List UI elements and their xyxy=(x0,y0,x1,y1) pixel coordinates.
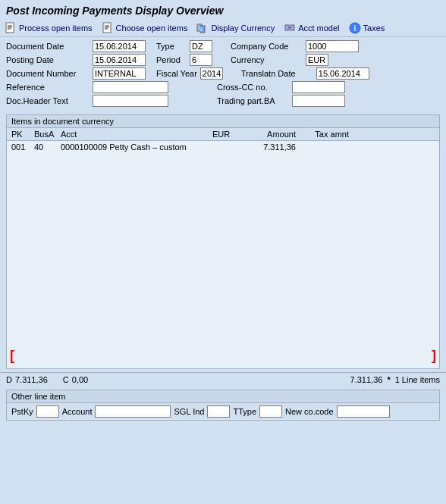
page-title: Post Incoming Payments Display Overview xyxy=(0,0,446,20)
fiscal-year-label: Fiscal Year xyxy=(156,69,197,78)
posting-date-input[interactable] xyxy=(93,54,146,66)
table-section-label: Items in document currency xyxy=(7,115,439,128)
col-busa-header: BusA xyxy=(34,130,61,139)
account-label: Account xyxy=(62,407,93,416)
debit-label: D xyxy=(6,375,12,384)
doc-header-input[interactable] xyxy=(93,95,168,107)
sgl-ind-label: SGL Ind xyxy=(174,407,204,416)
row-acct: 0000100009 Petty Cash – custom xyxy=(61,142,212,152)
translatn-date-label: Translatn Date xyxy=(241,69,313,78)
cross-cc-label: Cross-CC no. xyxy=(217,83,289,92)
line-items: 1 Line items xyxy=(395,375,440,384)
doc-icon xyxy=(5,22,17,34)
document-date-label: Document Date xyxy=(6,42,90,51)
summary-bar: D 7.311,36 C 0,00 7.311,36 * 1 Line item… xyxy=(0,372,446,387)
col-tax-header: Tax amnt xyxy=(296,130,349,139)
table-body: 001 40 0000100009 Petty Cash – custom 7.… xyxy=(7,141,439,368)
col-amount-header: Amount xyxy=(243,130,296,139)
other-line-row: PstKy Account SGL Ind TType New co.code xyxy=(7,403,439,420)
items-table-section: Items in document currency PK BusA Acct … xyxy=(6,114,440,369)
company-code-input[interactable] xyxy=(306,40,359,52)
new-co-code-input[interactable] xyxy=(337,405,390,418)
table-col-headers: PK BusA Acct EUR Amount Tax amnt xyxy=(7,128,439,141)
trading-part-input[interactable] xyxy=(292,95,345,107)
row-amount: 7.311,36 xyxy=(243,142,296,152)
acct-model-label: Acct model xyxy=(298,23,339,33)
toolbar-item-display-currency[interactable]: $ Display Currency xyxy=(196,22,275,34)
document-date-input[interactable] xyxy=(93,40,146,52)
choose-doc-icon xyxy=(102,22,114,34)
toolbar-item-process-open-items[interactable]: Process open items xyxy=(5,22,93,34)
display-currency-label: Display Currency xyxy=(211,23,275,33)
type-label: Type xyxy=(156,42,187,51)
trading-part-label: Trading part.BA xyxy=(217,96,289,105)
info-icon: i xyxy=(349,22,361,34)
table-row[interactable]: 001 40 0000100009 Petty Cash – custom 7.… xyxy=(7,141,439,153)
document-number-label: Document Number xyxy=(6,69,90,78)
other-line-header: Other line item xyxy=(7,390,439,403)
svg-text:$: $ xyxy=(199,27,203,32)
period-label: Period xyxy=(156,55,187,64)
asterisk: * xyxy=(387,375,390,384)
period-input[interactable] xyxy=(190,54,212,66)
bracket-right-icon: ] xyxy=(432,348,436,364)
type-input[interactable] xyxy=(190,40,212,52)
company-code-label: Company Code xyxy=(231,42,303,51)
bracket-left-icon: [ xyxy=(10,348,14,364)
currency-input[interactable] xyxy=(306,54,328,66)
row-eur xyxy=(212,142,243,152)
sgl-ind-input[interactable] xyxy=(207,405,230,418)
row-tax xyxy=(296,142,349,152)
debit-summary: D 7.311,36 xyxy=(6,375,48,384)
form-area: Document Date Type Company Code Posting … xyxy=(0,37,446,111)
currency-icon: $ xyxy=(196,22,209,34)
credit-value: 0,00 xyxy=(72,375,88,384)
total-summary: 7.311,36 * 1 Line items xyxy=(350,375,440,384)
process-open-items-label: Process open items xyxy=(19,23,93,33)
pstky-input[interactable] xyxy=(36,405,59,418)
new-co-code-label: New co.code xyxy=(285,407,334,416)
account-input[interactable] xyxy=(95,405,171,418)
pstky-label: PstKy xyxy=(11,407,33,416)
reference-label: Reference xyxy=(6,83,90,92)
credit-label: C xyxy=(63,375,69,384)
total-value: 7.311,36 xyxy=(350,375,383,384)
form-row-2: Posting Date Period Currency xyxy=(6,54,440,66)
toolbar-item-taxes[interactable]: i Taxes xyxy=(349,22,385,34)
posting-date-label: Posting Date xyxy=(6,55,90,64)
svg-rect-11 xyxy=(285,25,289,30)
choose-open-items-label: Choose open items xyxy=(116,23,188,33)
cross-cc-input[interactable] xyxy=(292,81,345,93)
model-icon xyxy=(284,22,296,34)
currency-label: Currency xyxy=(231,55,303,64)
col-pk-header: PK xyxy=(11,130,34,139)
ttype-input[interactable] xyxy=(259,405,282,418)
doc-header-label: Doc.Header Text xyxy=(6,96,90,105)
toolbar-item-acct-model[interactable]: Acct model xyxy=(284,22,339,34)
form-row-5: Doc.Header Text Trading part.BA xyxy=(6,95,440,107)
reference-input[interactable] xyxy=(93,81,168,93)
credit-summary: C 0,00 xyxy=(63,375,88,384)
document-number-input[interactable] xyxy=(93,67,146,80)
col-eur-header: EUR xyxy=(212,130,243,139)
fiscal-year-input[interactable] xyxy=(200,67,223,80)
svg-text:i: i xyxy=(353,24,356,33)
toolbar: Process open items Choose open items $ D… xyxy=(0,20,446,37)
form-row-3: Document Number Fiscal Year Translatn Da… xyxy=(6,67,440,80)
col-acct-header: Acct xyxy=(61,130,212,139)
svg-rect-12 xyxy=(291,25,294,30)
toolbar-item-choose-open-items[interactable]: Choose open items xyxy=(102,22,188,34)
taxes-label: Taxes xyxy=(363,23,385,33)
debit-value: 7.311,36 xyxy=(15,375,48,384)
title-text: Post Incoming Payments Display Overview xyxy=(6,5,223,17)
form-row-1: Document Date Type Company Code xyxy=(6,40,440,52)
row-busa: 40 xyxy=(34,142,61,152)
form-row-4: Reference Cross-CC no. xyxy=(6,81,440,93)
other-line-section: Other line item PstKy Account SGL Ind TT… xyxy=(6,390,440,421)
translatn-date-input[interactable] xyxy=(316,67,369,80)
ttype-label: TType xyxy=(233,407,256,416)
row-pk: 001 xyxy=(11,142,34,152)
